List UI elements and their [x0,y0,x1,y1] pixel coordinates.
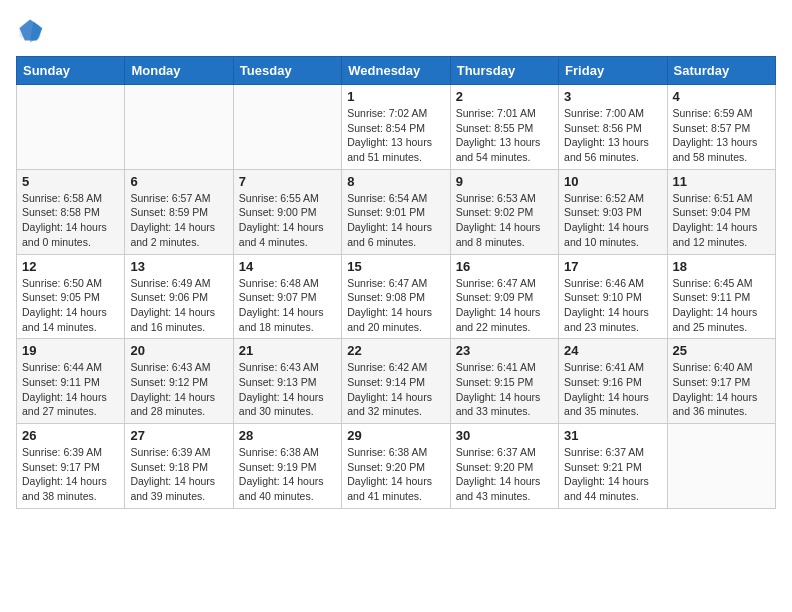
day-number: 21 [239,343,336,358]
day-info: Sunrise: 6:51 AMSunset: 9:04 PMDaylight:… [673,191,770,250]
day-info: Sunrise: 6:53 AMSunset: 9:02 PMDaylight:… [456,191,553,250]
calendar-week-row: 5Sunrise: 6:58 AMSunset: 8:58 PMDaylight… [17,169,776,254]
day-info: Sunrise: 6:50 AMSunset: 9:05 PMDaylight:… [22,276,119,335]
calendar-cell: 27Sunrise: 6:39 AMSunset: 9:18 PMDayligh… [125,424,233,509]
day-info: Sunrise: 7:00 AMSunset: 8:56 PMDaylight:… [564,106,661,165]
calendar-cell: 15Sunrise: 6:47 AMSunset: 9:08 PMDayligh… [342,254,450,339]
calendar-cell: 16Sunrise: 6:47 AMSunset: 9:09 PMDayligh… [450,254,558,339]
day-info: Sunrise: 6:55 AMSunset: 9:00 PMDaylight:… [239,191,336,250]
col-thursday: Thursday [450,57,558,85]
calendar-cell: 22Sunrise: 6:42 AMSunset: 9:14 PMDayligh… [342,339,450,424]
col-wednesday: Wednesday [342,57,450,85]
day-number: 19 [22,343,119,358]
calendar-cell: 30Sunrise: 6:37 AMSunset: 9:20 PMDayligh… [450,424,558,509]
day-number: 30 [456,428,553,443]
day-number: 23 [456,343,553,358]
day-number: 9 [456,174,553,189]
col-friday: Friday [559,57,667,85]
calendar-cell: 26Sunrise: 6:39 AMSunset: 9:17 PMDayligh… [17,424,125,509]
day-info: Sunrise: 6:57 AMSunset: 8:59 PMDaylight:… [130,191,227,250]
day-number: 12 [22,259,119,274]
col-tuesday: Tuesday [233,57,341,85]
calendar-cell: 7Sunrise: 6:55 AMSunset: 9:00 PMDaylight… [233,169,341,254]
day-number: 13 [130,259,227,274]
day-info: Sunrise: 6:37 AMSunset: 9:21 PMDaylight:… [564,445,661,504]
day-info: Sunrise: 6:40 AMSunset: 9:17 PMDaylight:… [673,360,770,419]
day-info: Sunrise: 6:41 AMSunset: 9:15 PMDaylight:… [456,360,553,419]
calendar-cell [17,85,125,170]
day-number: 16 [456,259,553,274]
calendar-cell: 14Sunrise: 6:48 AMSunset: 9:07 PMDayligh… [233,254,341,339]
day-number: 27 [130,428,227,443]
day-number: 8 [347,174,444,189]
calendar-cell: 28Sunrise: 6:38 AMSunset: 9:19 PMDayligh… [233,424,341,509]
calendar-cell: 23Sunrise: 6:41 AMSunset: 9:15 PMDayligh… [450,339,558,424]
day-info: Sunrise: 6:42 AMSunset: 9:14 PMDaylight:… [347,360,444,419]
calendar-cell: 8Sunrise: 6:54 AMSunset: 9:01 PMDaylight… [342,169,450,254]
day-info: Sunrise: 6:39 AMSunset: 9:18 PMDaylight:… [130,445,227,504]
day-number: 2 [456,89,553,104]
calendar-week-row: 1Sunrise: 7:02 AMSunset: 8:54 PMDaylight… [17,85,776,170]
col-saturday: Saturday [667,57,775,85]
day-number: 25 [673,343,770,358]
calendar-week-row: 12Sunrise: 6:50 AMSunset: 9:05 PMDayligh… [17,254,776,339]
calendar-cell: 29Sunrise: 6:38 AMSunset: 9:20 PMDayligh… [342,424,450,509]
day-number: 6 [130,174,227,189]
calendar-cell: 19Sunrise: 6:44 AMSunset: 9:11 PMDayligh… [17,339,125,424]
calendar-cell: 10Sunrise: 6:52 AMSunset: 9:03 PMDayligh… [559,169,667,254]
day-info: Sunrise: 6:49 AMSunset: 9:06 PMDaylight:… [130,276,227,335]
calendar-cell: 9Sunrise: 6:53 AMSunset: 9:02 PMDaylight… [450,169,558,254]
calendar-cell: 3Sunrise: 7:00 AMSunset: 8:56 PMDaylight… [559,85,667,170]
day-info: Sunrise: 6:39 AMSunset: 9:17 PMDaylight:… [22,445,119,504]
day-info: Sunrise: 6:43 AMSunset: 9:12 PMDaylight:… [130,360,227,419]
day-info: Sunrise: 6:59 AMSunset: 8:57 PMDaylight:… [673,106,770,165]
calendar-cell: 18Sunrise: 6:45 AMSunset: 9:11 PMDayligh… [667,254,775,339]
calendar-cell: 31Sunrise: 6:37 AMSunset: 9:21 PMDayligh… [559,424,667,509]
col-monday: Monday [125,57,233,85]
col-sunday: Sunday [17,57,125,85]
calendar-cell: 12Sunrise: 6:50 AMSunset: 9:05 PMDayligh… [17,254,125,339]
day-info: Sunrise: 6:41 AMSunset: 9:16 PMDaylight:… [564,360,661,419]
day-info: Sunrise: 6:45 AMSunset: 9:11 PMDaylight:… [673,276,770,335]
day-info: Sunrise: 6:58 AMSunset: 8:58 PMDaylight:… [22,191,119,250]
day-number: 11 [673,174,770,189]
calendar-cell: 2Sunrise: 7:01 AMSunset: 8:55 PMDaylight… [450,85,558,170]
calendar-cell [233,85,341,170]
day-info: Sunrise: 6:47 AMSunset: 9:09 PMDaylight:… [456,276,553,335]
calendar-cell: 13Sunrise: 6:49 AMSunset: 9:06 PMDayligh… [125,254,233,339]
calendar-table: Sunday Monday Tuesday Wednesday Thursday… [16,56,776,509]
day-info: Sunrise: 6:52 AMSunset: 9:03 PMDaylight:… [564,191,661,250]
day-info: Sunrise: 6:38 AMSunset: 9:19 PMDaylight:… [239,445,336,504]
day-number: 18 [673,259,770,274]
day-info: Sunrise: 6:37 AMSunset: 9:20 PMDaylight:… [456,445,553,504]
header-row: Sunday Monday Tuesday Wednesday Thursday… [17,57,776,85]
calendar-cell: 1Sunrise: 7:02 AMSunset: 8:54 PMDaylight… [342,85,450,170]
day-number: 26 [22,428,119,443]
day-number: 14 [239,259,336,274]
logo-icon [16,16,44,44]
day-number: 29 [347,428,444,443]
day-info: Sunrise: 6:43 AMSunset: 9:13 PMDaylight:… [239,360,336,419]
day-number: 17 [564,259,661,274]
day-number: 7 [239,174,336,189]
calendar-cell: 17Sunrise: 6:46 AMSunset: 9:10 PMDayligh… [559,254,667,339]
day-info: Sunrise: 6:38 AMSunset: 9:20 PMDaylight:… [347,445,444,504]
calendar-body: 1Sunrise: 7:02 AMSunset: 8:54 PMDaylight… [17,85,776,509]
day-number: 15 [347,259,444,274]
page-header [16,16,776,44]
day-number: 22 [347,343,444,358]
calendar-cell: 11Sunrise: 6:51 AMSunset: 9:04 PMDayligh… [667,169,775,254]
day-number: 5 [22,174,119,189]
day-number: 28 [239,428,336,443]
day-info: Sunrise: 6:44 AMSunset: 9:11 PMDaylight:… [22,360,119,419]
calendar-cell: 6Sunrise: 6:57 AMSunset: 8:59 PMDaylight… [125,169,233,254]
calendar-header: Sunday Monday Tuesday Wednesday Thursday… [17,57,776,85]
calendar-week-row: 19Sunrise: 6:44 AMSunset: 9:11 PMDayligh… [17,339,776,424]
day-number: 10 [564,174,661,189]
calendar-cell: 24Sunrise: 6:41 AMSunset: 9:16 PMDayligh… [559,339,667,424]
day-info: Sunrise: 6:48 AMSunset: 9:07 PMDaylight:… [239,276,336,335]
logo [16,16,48,44]
calendar-cell [667,424,775,509]
day-number: 24 [564,343,661,358]
day-number: 1 [347,89,444,104]
